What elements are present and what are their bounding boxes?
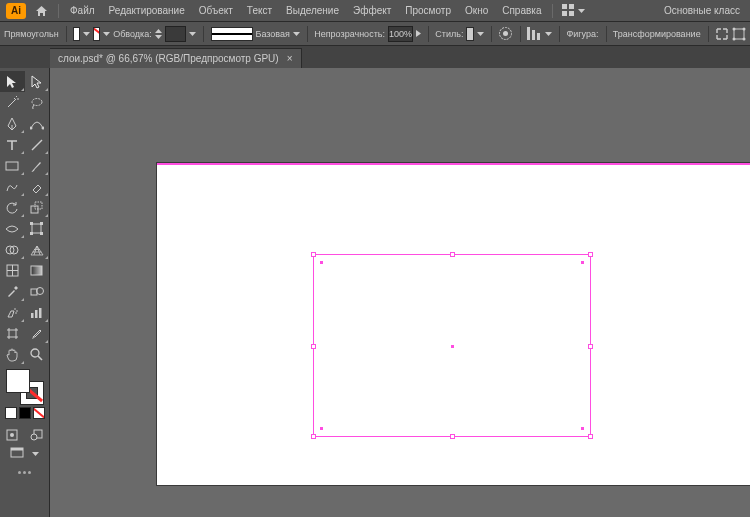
menu-file[interactable]: Файл bbox=[63, 0, 102, 22]
artboard-tool[interactable] bbox=[0, 323, 25, 344]
chevron-down-icon[interactable] bbox=[103, 27, 110, 41]
menu-edit[interactable]: Редактирование bbox=[102, 0, 192, 22]
perspective-grid-tool[interactable] bbox=[25, 239, 50, 260]
menu-view[interactable]: Просмотр bbox=[398, 0, 458, 22]
chevron-down-icon[interactable] bbox=[293, 27, 300, 41]
column-graph-tool[interactable] bbox=[25, 302, 50, 323]
width-tool[interactable] bbox=[0, 218, 25, 239]
svg-rect-24 bbox=[30, 232, 33, 235]
magic-wand-tool[interactable] bbox=[0, 92, 25, 113]
recolor-icon[interactable] bbox=[498, 25, 513, 43]
lasso-tool[interactable] bbox=[25, 92, 50, 113]
stroke-type-swatch[interactable] bbox=[211, 27, 253, 41]
graphic-style-swatch[interactable] bbox=[466, 27, 473, 41]
screen-mode-icon[interactable] bbox=[10, 447, 24, 465]
svg-rect-35 bbox=[31, 313, 34, 318]
hand-tool[interactable] bbox=[0, 344, 25, 365]
fill-swatch[interactable] bbox=[73, 27, 80, 41]
align-icon[interactable] bbox=[527, 25, 542, 43]
rectangle-tool[interactable] bbox=[0, 155, 25, 176]
chevron-down-icon[interactable] bbox=[576, 4, 586, 18]
chevron-down-icon[interactable] bbox=[416, 27, 421, 41]
home-icon[interactable] bbox=[32, 3, 50, 19]
svg-rect-29 bbox=[31, 266, 42, 275]
windows-icon[interactable] bbox=[562, 4, 576, 18]
eraser-tool[interactable] bbox=[25, 176, 50, 197]
menu-object[interactable]: Объект bbox=[192, 0, 240, 22]
shape-builder-tool[interactable] bbox=[0, 239, 25, 260]
fill-indicator[interactable] bbox=[6, 369, 30, 393]
eyedropper-tool[interactable] bbox=[0, 281, 25, 302]
draw-normal-icon[interactable] bbox=[0, 424, 25, 445]
svg-rect-41 bbox=[7, 430, 17, 440]
divider bbox=[552, 4, 553, 18]
line-tool[interactable] bbox=[25, 134, 50, 155]
document-tab[interactable]: слои.psd* @ 66,67% (RGB/Предпросмотр GPU… bbox=[50, 48, 302, 68]
svg-rect-28 bbox=[7, 265, 18, 276]
mesh-tool[interactable] bbox=[0, 260, 25, 281]
direct-selection-tool[interactable] bbox=[25, 71, 50, 92]
chevron-down-icon[interactable] bbox=[83, 27, 90, 41]
canvas-area[interactable] bbox=[50, 68, 750, 517]
svg-rect-37 bbox=[39, 308, 42, 318]
document-title: слои.psd* @ 66,67% (RGB/Предпросмотр GPU… bbox=[58, 53, 279, 64]
blend-tool[interactable] bbox=[25, 281, 50, 302]
paintbrush-tool[interactable] bbox=[25, 155, 50, 176]
svg-rect-3 bbox=[569, 11, 574, 16]
opacity-input[interactable]: 100% bbox=[388, 26, 413, 42]
gradient-mode-icon[interactable] bbox=[19, 407, 31, 419]
edit-toolbar-icon[interactable] bbox=[0, 471, 49, 474]
svg-rect-2 bbox=[562, 11, 567, 16]
menu-window[interactable]: Окно bbox=[458, 0, 495, 22]
zoom-tool[interactable] bbox=[25, 344, 50, 365]
shaper-tool[interactable] bbox=[0, 176, 25, 197]
isolate-icon[interactable] bbox=[715, 25, 729, 43]
style-label: Стиль: bbox=[435, 29, 463, 39]
svg-point-33 bbox=[16, 310, 18, 312]
workspace-switcher[interactable]: Основные класс bbox=[660, 5, 744, 16]
svg-rect-22 bbox=[30, 222, 33, 225]
chevron-down-icon[interactable] bbox=[545, 27, 552, 41]
menu-text[interactable]: Текст bbox=[240, 0, 279, 22]
free-transform-tool[interactable] bbox=[25, 218, 50, 239]
svg-point-14 bbox=[32, 98, 42, 105]
pen-tool[interactable] bbox=[0, 113, 25, 134]
draw-behind-icon[interactable] bbox=[25, 424, 50, 445]
stroke-type-label: Базовая bbox=[256, 29, 290, 39]
stroke-width-stepper[interactable] bbox=[155, 27, 162, 41]
menu-help[interactable]: Справка bbox=[495, 0, 548, 22]
symbol-sprayer-tool[interactable] bbox=[0, 302, 25, 323]
app-logo: Ai bbox=[6, 3, 26, 19]
none-mode-icon[interactable] bbox=[33, 407, 45, 419]
shape-button[interactable]: Фигура: bbox=[566, 29, 598, 39]
svg-point-34 bbox=[15, 312, 17, 314]
menu-effect[interactable]: Эффект bbox=[346, 0, 398, 22]
svg-point-5 bbox=[503, 31, 508, 36]
rotate-tool[interactable] bbox=[0, 197, 25, 218]
selection-rectangle[interactable] bbox=[313, 254, 591, 437]
color-mode-icon[interactable] bbox=[5, 407, 17, 419]
svg-point-27 bbox=[10, 246, 18, 254]
fill-stroke-indicator[interactable] bbox=[6, 369, 44, 405]
svg-rect-30 bbox=[31, 289, 37, 295]
svg-rect-19 bbox=[31, 206, 38, 213]
svg-rect-8 bbox=[537, 33, 540, 40]
close-icon[interactable]: × bbox=[287, 53, 293, 64]
menu-selection[interactable]: Выделение bbox=[279, 0, 346, 22]
slice-tool[interactable] bbox=[25, 323, 50, 344]
chevron-down-icon[interactable] bbox=[32, 447, 39, 465]
svg-rect-1 bbox=[569, 4, 574, 9]
chevron-down-icon[interactable] bbox=[189, 27, 196, 41]
edit-corners-icon[interactable] bbox=[732, 25, 746, 43]
gradient-tool[interactable] bbox=[25, 260, 50, 281]
svg-point-12 bbox=[732, 37, 735, 40]
selection-tool[interactable] bbox=[0, 71, 25, 92]
chevron-down-icon[interactable] bbox=[477, 27, 484, 41]
scale-tool[interactable] bbox=[25, 197, 50, 218]
stroke-swatch[interactable] bbox=[93, 27, 100, 41]
type-tool[interactable] bbox=[0, 134, 25, 155]
transform-button[interactable]: Трансформирование bbox=[613, 29, 701, 39]
curvature-tool[interactable] bbox=[25, 113, 50, 134]
stroke-width-input[interactable] bbox=[165, 26, 186, 42]
svg-line-17 bbox=[32, 140, 42, 150]
